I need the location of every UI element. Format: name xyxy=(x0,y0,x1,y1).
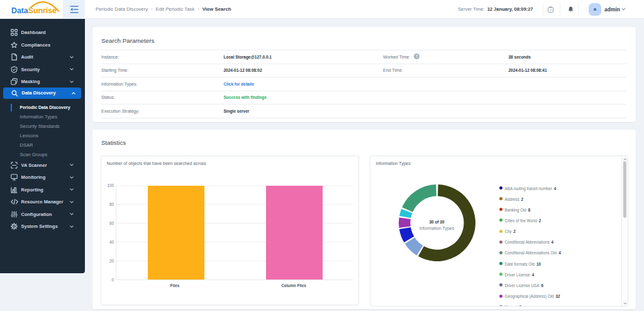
svg-text:?: ? xyxy=(416,54,418,59)
